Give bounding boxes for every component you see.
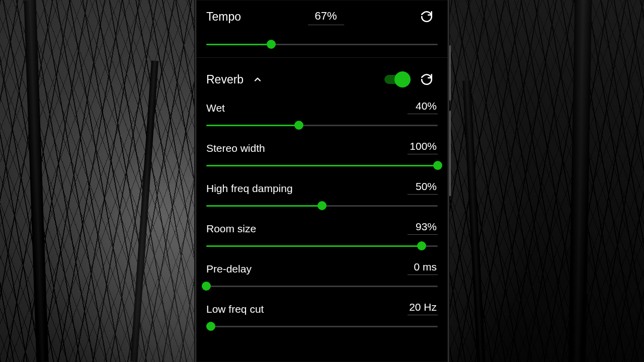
refresh-icon <box>420 73 433 86</box>
param-room-size: Room size 93% <box>206 218 438 257</box>
param-wet: Wet 40% <box>206 97 438 136</box>
hf-damping-label: High freq damping <box>206 183 293 195</box>
low-freq-cut-label: Low freq cut <box>206 303 264 315</box>
reverb-enable-toggle[interactable] <box>384 75 408 84</box>
tempo-value-input[interactable]: 67% <box>308 9 344 25</box>
low-freq-cut-slider[interactable] <box>206 315 438 337</box>
stereo-width-label: Stereo width <box>206 142 265 154</box>
room-size-slider[interactable] <box>206 235 438 257</box>
room-size-label: Room size <box>206 223 256 235</box>
hf-damping-value-input[interactable]: 50% <box>408 180 438 195</box>
stereo-width-value-input[interactable]: 100% <box>408 140 438 154</box>
pre-delay-value-input[interactable]: 0 ms <box>408 261 438 275</box>
phone-frame: Tempo 67% Reverb <box>195 0 449 362</box>
tempo-reset-button[interactable] <box>416 6 438 28</box>
phone-side-button <box>449 111 451 196</box>
room-size-value-input[interactable]: 93% <box>408 221 438 235</box>
param-pre-delay: Pre-delay 0 ms <box>206 258 438 297</box>
wet-label: Wet <box>206 102 225 114</box>
chevron-up-icon <box>253 74 263 84</box>
tempo-slider[interactable] <box>206 33 438 55</box>
tempo-row: Tempo 67% <box>206 0 438 33</box>
param-hf-damping: High freq damping 50% <box>206 177 438 217</box>
param-low-freq-cut: Low freq cut 20 Hz <box>206 298 438 337</box>
phone-side-button <box>449 45 451 101</box>
stereo-width-slider[interactable] <box>206 154 438 176</box>
low-freq-cut-value-input[interactable]: 20 Hz <box>408 301 438 315</box>
pre-delay-slider[interactable] <box>206 275 438 297</box>
hf-damping-slider[interactable] <box>206 195 438 217</box>
tempo-label: Tempo <box>206 10 241 24</box>
app-screen: Tempo 67% Reverb <box>196 0 448 362</box>
reverb-title: Reverb <box>206 73 244 86</box>
reverb-header: Reverb <box>206 63 438 96</box>
wet-slider[interactable] <box>206 114 438 136</box>
reverb-collapse-toggle[interactable] <box>253 74 263 84</box>
reverb-reset-button[interactable] <box>416 68 438 90</box>
param-stereo-width: Stereo width 100% <box>206 137 438 176</box>
refresh-icon <box>420 10 433 23</box>
pre-delay-label: Pre-delay <box>206 263 252 275</box>
wet-value-input[interactable]: 40% <box>408 100 438 114</box>
